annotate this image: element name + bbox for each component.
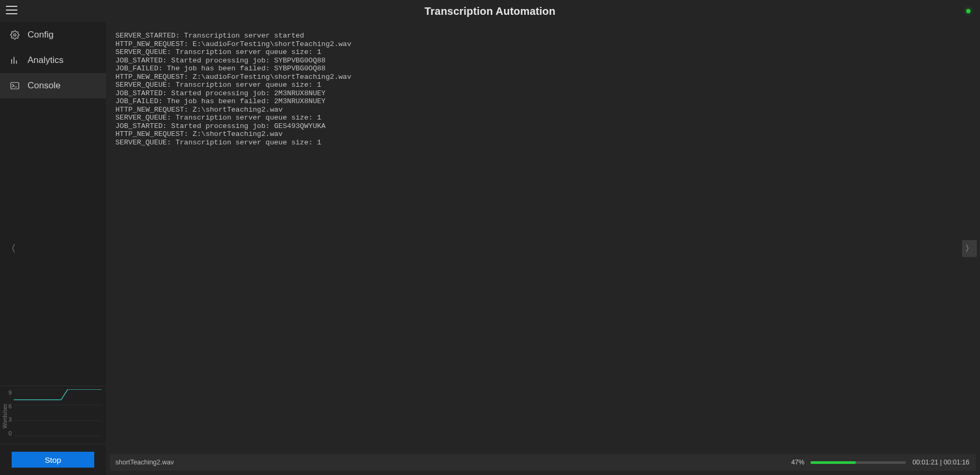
menu-icon <box>6 6 17 16</box>
progress-area: shortTeaching2.wav 47% 00:01:21 | 00:01:… <box>106 450 980 475</box>
panel-expand-button[interactable]: 〉 <box>962 240 977 257</box>
app-title: Transcription Automation <box>425 5 555 17</box>
progress-percent-label: 47% <box>791 459 804 466</box>
sidebar-nav: Config Analytics <box>0 22 106 98</box>
body: Config Analytics <box>0 22 980 475</box>
sidebar-collapse-button[interactable]: 〈 <box>5 239 17 258</box>
gear-icon <box>10 30 20 40</box>
progress-elapsed: 00:01:21 <box>912 459 938 466</box>
progress-file-name: shortTeaching2.wav <box>115 459 174 466</box>
chevron-right-icon: 〉 <box>965 243 974 254</box>
sidebar-item-console[interactable]: Console <box>0 73 106 98</box>
header-bar: Transcription Automation <box>0 0 980 22</box>
progress-separator: | <box>938 459 943 466</box>
progress-remaining: 00:01:16 <box>943 459 969 466</box>
bar-chart-icon <box>10 55 20 66</box>
sidebar-item-config[interactable]: Config <box>0 22 106 48</box>
progress-time-label: 00:01:21 | 00:01:16 <box>912 459 969 466</box>
svg-rect-7 <box>11 83 19 89</box>
progress-track[interactable] <box>811 461 906 464</box>
sidebar-item-label: Console <box>28 80 60 91</box>
sidebar-item-label: Analytics <box>28 55 64 66</box>
chart-plot-area <box>14 389 103 443</box>
progress-fill <box>811 461 856 464</box>
chart-tick: 3 <box>8 416 12 423</box>
status-dot-icon <box>966 9 970 13</box>
sidebar-item-label: Config <box>28 30 53 40</box>
sidebar-footer: Stop <box>0 444 106 475</box>
chart-tick: 0 <box>8 430 12 436</box>
chart-tick: 6 <box>8 403 12 409</box>
svg-point-3 <box>14 34 16 36</box>
words-per-sec-chart: Words/sec 9 6 3 0 <box>0 386 106 444</box>
chevron-left-icon: 〈 <box>6 242 16 255</box>
chart-y-axis-label: Words/sec <box>1 389 8 443</box>
chart-tick: 9 <box>8 389 12 396</box>
main-panel: SERVER_STARTED: Transcription server sta… <box>106 22 980 475</box>
hamburger-button[interactable] <box>0 0 23 22</box>
sidebar-item-analytics[interactable]: Analytics <box>0 48 106 73</box>
stop-button[interactable]: Stop <box>12 452 94 468</box>
sidebar: Config Analytics <box>0 22 106 475</box>
console-output[interactable]: SERVER_STARTED: Transcription server sta… <box>106 22 980 450</box>
progress-bar: shortTeaching2.wav 47% 00:01:21 | 00:01:… <box>110 454 976 471</box>
terminal-icon <box>10 80 20 91</box>
chart-y-ticks: 9 6 3 0 <box>8 389 14 443</box>
